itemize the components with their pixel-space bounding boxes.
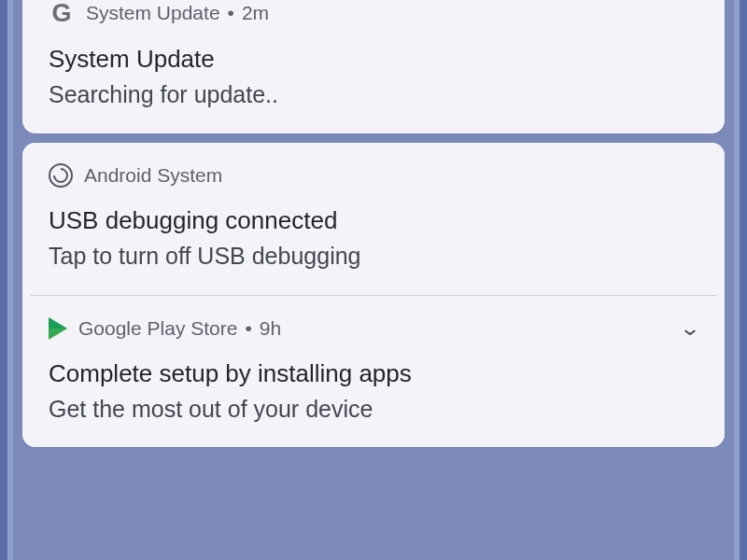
notification-usb-debugging[interactable]: Android System USB debugging connected T… (22, 143, 725, 295)
notification-body: Tap to turn off USB debugging (49, 241, 698, 273)
screen-bezel-right (740, 0, 747, 560)
notification-header: G System Update • 2m (49, 0, 698, 26)
android-system-icon (49, 163, 73, 188)
notification-play-store[interactable]: Google Play Store • 9h ⌄ Complete setup … (22, 296, 725, 448)
notification-panel: G System Update • 2m System Update Searc… (22, 0, 725, 560)
notification-app-name: System Update (86, 2, 220, 24)
notification-header: Google Play Store • 9h ⌄ (49, 316, 698, 341)
notification-title: System Update (49, 45, 698, 74)
notification-app-name: Google Play Store (78, 317, 237, 340)
notification-app-row: System Update • 2m (86, 2, 698, 24)
notification-body: Searching for update.. (49, 79, 698, 111)
google-g-icon: G (49, 0, 75, 26)
notification-title: Complete setup by installing apps (49, 359, 698, 388)
notification-app-row: Google Play Store • 9h (78, 317, 670, 340)
notification-body: Get the most out of your device (49, 394, 698, 426)
notification-app-name: Android System (84, 164, 222, 187)
separator-dot: • (245, 317, 251, 340)
notification-time: 9h (260, 317, 281, 340)
notification-group: Android System USB debugging connected T… (22, 143, 725, 448)
notification-title: USB debugging connected (49, 206, 698, 235)
notification-app-row: Android System (84, 164, 698, 187)
notification-system-update[interactable]: G System Update • 2m System Update Searc… (22, 0, 725, 133)
chevron-down-icon[interactable]: ⌄ (679, 316, 700, 341)
notification-header: Android System (49, 163, 698, 188)
play-store-icon (49, 317, 67, 340)
separator-dot: • (228, 2, 234, 24)
notification-time: 2m (242, 2, 269, 24)
screen-bezel-left (0, 0, 7, 560)
